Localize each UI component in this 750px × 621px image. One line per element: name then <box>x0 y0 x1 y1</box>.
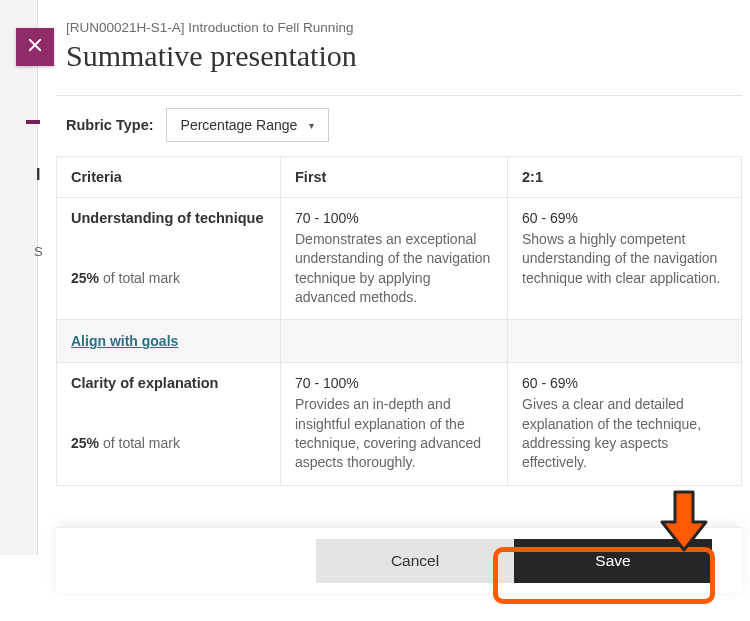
rubric-panel: [RUN00021H-S1-A] Introduction to Fell Ru… <box>56 0 742 593</box>
align-goals-row: Align with goals <box>56 320 742 363</box>
course-code: [RUN00021H-S1-A] Introduction to Fell Ru… <box>66 20 732 35</box>
criteria-cell[interactable]: Understanding of technique 25% of total … <box>56 198 281 320</box>
level-description: Shows a highly competent understanding o… <box>522 230 727 288</box>
col-header-first: First <box>281 156 508 198</box>
level-description: Provides an in-depth and insightful expl… <box>295 395 493 472</box>
criteria-cell[interactable]: Clarity of explanation 25% of total mark <box>56 363 281 485</box>
criteria-title: Understanding of technique <box>71 210 266 226</box>
rubric-type-select[interactable]: Percentage Range ▾ <box>166 108 330 142</box>
level-description: Demonstrates an exceptional understandin… <box>295 230 493 307</box>
level-range: 70 - 100% <box>295 210 493 226</box>
background-letter-1: I <box>36 166 40 184</box>
criteria-weight-suffix: of total mark <box>99 270 180 286</box>
level-cell-two-one[interactable]: 60 - 69% Shows a highly competent unders… <box>508 198 742 320</box>
align-goals-spacer <box>508 320 742 363</box>
background-active-tab-indicator <box>26 120 40 124</box>
rubric-type-value: Percentage Range <box>181 117 298 133</box>
align-with-goals-link[interactable]: Align with goals <box>71 333 178 349</box>
align-goals-spacer <box>281 320 508 363</box>
criteria-weight-suffix: of total mark <box>99 435 180 451</box>
level-cell-two-one[interactable]: 60 - 69% Gives a clear and detailed expl… <box>508 363 742 485</box>
level-description: Gives a clear and detailed explanation o… <box>522 395 727 472</box>
level-range: 60 - 69% <box>522 375 727 391</box>
page-title: Summative presentation <box>66 39 732 73</box>
rubric-row: Clarity of explanation 25% of total mark… <box>56 363 742 485</box>
rubric-type-label: Rubric Type: <box>66 117 154 133</box>
close-icon <box>26 36 44 58</box>
level-cell-first[interactable]: 70 - 100% Demonstrates an exceptional un… <box>281 198 508 320</box>
header-divider <box>56 95 742 96</box>
col-header-two-one: 2:1 <box>508 156 742 198</box>
close-panel-button[interactable] <box>16 28 54 66</box>
cancel-button[interactable]: Cancel <box>316 539 514 583</box>
rubric-row: Understanding of technique 25% of total … <box>56 198 742 320</box>
rubric-grid-header: Criteria First 2:1 <box>56 156 742 198</box>
level-range: 60 - 69% <box>522 210 727 226</box>
criteria-weight-percent: 25% <box>71 270 99 286</box>
criteria-weight: 25% of total mark <box>71 270 266 286</box>
save-button[interactable]: Save <box>514 539 712 583</box>
criteria-weight: 25% of total mark <box>71 435 266 451</box>
background-sidebar <box>0 0 38 555</box>
rubric-grid: Criteria First 2:1 Understanding of tech… <box>56 156 742 486</box>
background-letter-2: S <box>34 244 43 259</box>
level-range: 70 - 100% <box>295 375 493 391</box>
criteria-title: Clarity of explanation <box>71 375 266 391</box>
col-header-criteria: Criteria <box>56 156 281 198</box>
criteria-weight-percent: 25% <box>71 435 99 451</box>
caret-down-icon: ▾ <box>309 120 314 131</box>
panel-footer: Cancel Save <box>56 527 742 593</box>
level-cell-first[interactable]: 70 - 100% Provides an in-depth and insig… <box>281 363 508 485</box>
